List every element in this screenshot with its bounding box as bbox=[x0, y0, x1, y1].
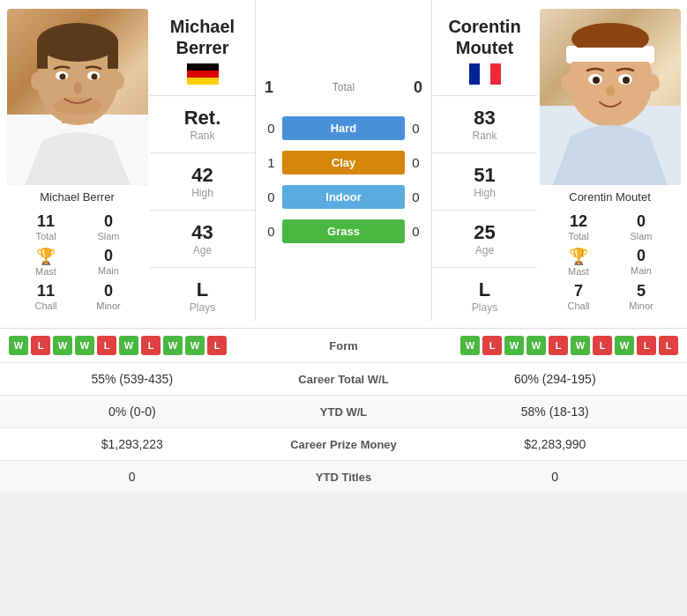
surfaces-col: 1 Total 0 0 Hard 0 1 Clay 0 0 bbox=[256, 0, 431, 321]
player2-plays-value: L bbox=[472, 278, 497, 301]
player1-mast-value: 🏆 bbox=[36, 247, 56, 266]
player2-minor-cell: 5 Minor bbox=[611, 280, 672, 313]
player1-center-col: Michael Berrer Ret. Rank 42 High bbox=[150, 0, 256, 321]
player1-photo bbox=[7, 9, 148, 185]
svg-point-9 bbox=[91, 74, 97, 80]
player2-mast-label: Mast bbox=[552, 266, 606, 277]
hard-score-left: 0 bbox=[260, 121, 282, 136]
player1-minor-value: 0 bbox=[82, 282, 136, 301]
stat-left-2: $1,293,223 bbox=[9, 437, 256, 451]
form-badge-p1: W bbox=[119, 336, 138, 355]
player2-rank-label: Rank bbox=[472, 130, 497, 142]
player2-name-below: Corentin Moutet bbox=[569, 190, 651, 204]
stat-left-1: 0% (0-0) bbox=[9, 404, 256, 419]
form-badge-p1: L bbox=[207, 336, 227, 355]
player2-high-label: High bbox=[474, 187, 496, 199]
form-badge-p2: L bbox=[593, 336, 612, 355]
stat-center-1: YTD W/L bbox=[256, 405, 432, 419]
player2-name-top: Corentin Moutet bbox=[448, 16, 520, 58]
divider5 bbox=[432, 95, 537, 96]
player1-mast-cell: 🏆 Mast bbox=[16, 245, 77, 278]
form-badge-p2: L bbox=[549, 336, 568, 355]
top-section: Michael Berrer 11 Total 0 Slam 🏆 Mast 0 … bbox=[0, 0, 687, 328]
stats-row-2: $1,293,223 Career Prize Money $2,283,990 bbox=[0, 427, 687, 460]
svg-point-3 bbox=[37, 23, 118, 62]
player1-name-line2: Berrer bbox=[175, 38, 228, 57]
player1-chall-value: 11 bbox=[19, 282, 73, 301]
player2-total-label: Total bbox=[552, 231, 606, 241]
divider8 bbox=[432, 267, 537, 268]
form-badge-p2: W bbox=[615, 336, 634, 355]
form-badge-p1: W bbox=[185, 336, 205, 355]
form-badge-p2: L bbox=[659, 336, 678, 355]
player1-rank-label: Rank bbox=[184, 130, 221, 142]
stat-right-1: 58% (18-13) bbox=[432, 404, 679, 419]
form-badge-p2: W bbox=[526, 336, 546, 355]
trophy-icon-p2: 🏆 bbox=[569, 248, 588, 265]
player2-flag bbox=[469, 63, 501, 85]
player1-age-label: Age bbox=[191, 244, 213, 256]
hard-row: 0 Hard 0 bbox=[260, 116, 427, 140]
stat-left-3: 0 bbox=[9, 470, 256, 484]
player1-plays-value: L bbox=[190, 278, 215, 301]
total-label: Total bbox=[332, 81, 355, 93]
clay-score-left: 1 bbox=[260, 155, 282, 170]
player2-name-line2: Moutet bbox=[456, 38, 514, 57]
player1-rank-value: Ret. bbox=[184, 107, 221, 130]
indoor-badge: Indoor bbox=[282, 185, 405, 209]
hard-badge: Hard bbox=[282, 116, 405, 140]
player2-chall-value: 7 bbox=[552, 282, 606, 301]
stat-right-0: 60% (294-195) bbox=[432, 372, 679, 386]
grass-score-left: 0 bbox=[260, 224, 282, 239]
svg-rect-16 bbox=[187, 78, 219, 85]
player2-plays-stat: L Plays bbox=[472, 271, 497, 321]
svg-point-8 bbox=[59, 74, 65, 80]
center-area: Michael Berrer Ret. Rank 42 High bbox=[150, 0, 537, 321]
player2-main-value: 0 bbox=[615, 247, 668, 265]
player1-name-line1: Michael bbox=[170, 17, 235, 36]
player2-name-line1: Corentin bbox=[448, 17, 520, 36]
player2-age-value: 25 bbox=[474, 221, 495, 244]
indoor-row: 0 Indoor 0 bbox=[260, 185, 427, 209]
total-row: 1 Total 0 bbox=[260, 73, 427, 102]
form-badge-p1: W bbox=[163, 336, 183, 355]
player2-total-value: 12 bbox=[552, 212, 606, 231]
player2-stats-grid: 12 Total 0 Slam 🏆 Mast 0 Main 7 Chall bbox=[549, 211, 672, 313]
stats-row-0: 55% (539-435) Career Total W/L 60% (294-… bbox=[0, 362, 687, 395]
stat-left-0: 55% (539-435) bbox=[9, 372, 256, 386]
player2-total-cell: 12 Total bbox=[549, 211, 609, 243]
player1-name-below: Michael Berrer bbox=[40, 190, 115, 204]
player1-main-label: Main bbox=[82, 265, 136, 276]
total-score-right: 0 bbox=[414, 78, 422, 97]
player2-main-label: Main bbox=[615, 265, 668, 276]
stat-center-3: YTD Titles bbox=[256, 471, 432, 484]
player1-minor-label: Minor bbox=[82, 301, 136, 311]
svg-rect-19 bbox=[490, 63, 501, 85]
player2-mast-value: 🏆 bbox=[552, 247, 606, 266]
stats-rows: 55% (539-435) Career Total W/L 60% (294-… bbox=[0, 362, 687, 493]
form-badge-p1: W bbox=[53, 336, 72, 355]
player2-chall-label: Chall bbox=[552, 301, 606, 311]
svg-rect-18 bbox=[480, 63, 490, 85]
player1-plays-label: Plays bbox=[190, 301, 215, 314]
clay-row: 1 Clay 0 bbox=[260, 151, 427, 174]
grass-score-right: 0 bbox=[405, 224, 427, 239]
player1-minor-cell: 0 Minor bbox=[78, 280, 139, 313]
player2-mast-cell: 🏆 Mast bbox=[549, 245, 609, 278]
player1-flag bbox=[187, 63, 219, 85]
player2-minor-label: Minor bbox=[615, 301, 668, 311]
form-badge-p1: L bbox=[141, 336, 161, 355]
divider4 bbox=[150, 267, 255, 268]
player1-plays-stat: L Plays bbox=[190, 271, 215, 321]
form-badge-p2: L bbox=[482, 336, 502, 355]
player1-rank-stat: Ret. Rank bbox=[184, 100, 221, 149]
player2-photo bbox=[540, 9, 681, 185]
stats-row-1: 0% (0-0) YTD W/L 58% (18-13) bbox=[0, 395, 687, 427]
svg-point-12 bbox=[112, 72, 124, 90]
player1-high-value: 42 bbox=[191, 164, 213, 187]
player1-main-cell: 0 Main bbox=[78, 245, 139, 278]
player2-area: Corentin Moutet 12 Total 0 Slam 🏆 Mast 0… bbox=[537, 0, 687, 321]
form-section: WLWWLWLWWL Form WLWWLWLWLL bbox=[0, 328, 687, 362]
player2-rank-value: 83 bbox=[472, 107, 497, 130]
player2-slam-value: 0 bbox=[615, 212, 668, 231]
